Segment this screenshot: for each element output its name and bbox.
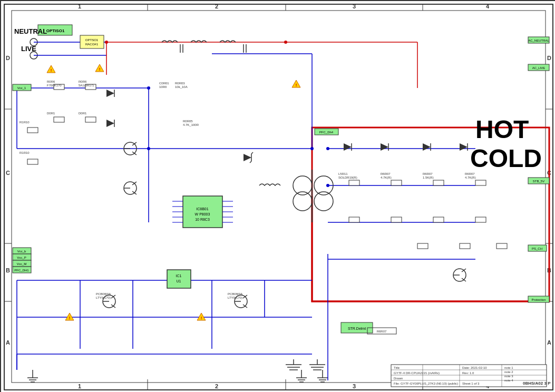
- svg-point-67: [310, 147, 314, 150]
- svg-text:PFC_DH1: PFC_DH1: [14, 269, 29, 272]
- svg-text:L5R11: L5R11: [338, 172, 348, 175]
- svg-text:RACO#1: RACO#1: [85, 43, 99, 46]
- svg-rect-89: [349, 217, 359, 222]
- svg-text:SOLDR19(R): SOLDR19(R): [338, 176, 357, 179]
- svg-text:R6R07: R6R07: [381, 172, 391, 175]
- schematic-container: 1 2 3 4 1 2 3 4 D C B A D C B A HOT COLD…: [0, 0, 555, 392]
- svg-text:!: !: [51, 68, 52, 73]
- svg-rect-82: [85, 117, 96, 122]
- svg-rect-81: [54, 117, 64, 122]
- svg-rect-113: [183, 196, 222, 228]
- svg-text:Rev: 1.0: Rev: 1.0: [462, 371, 474, 375]
- svg-text:C0R01: C0R01: [159, 82, 169, 85]
- svg-text:D0R1: D0R1: [47, 112, 55, 115]
- svg-rect-130: [80, 35, 104, 48]
- schematic-svg: 1 2 3 4 1 2 3 4 D C B A D C B A HOT COLD…: [1, 1, 555, 392]
- svg-text:!: !: [99, 67, 101, 72]
- svg-text:10k_10A: 10k_10A: [175, 85, 188, 89]
- svg-text:OPTISO1: OPTISO1: [46, 28, 65, 33]
- svg-rect-90: [391, 217, 402, 222]
- svg-text:1.5K(R): 1.5K(R): [423, 176, 434, 179]
- svg-text:Date: 2021-02-10: Date: 2021-02-10: [462, 366, 487, 369]
- svg-text:4.7K(R): 4.7K(R): [381, 176, 392, 179]
- svg-text:LTY9(170): LTY9(170): [96, 296, 111, 299]
- svg-text:3: 3: [353, 383, 356, 389]
- svg-point-69: [326, 184, 329, 187]
- svg-text:IC1: IC1: [176, 274, 182, 278]
- svg-text:GY7F-4 DR-CPUA2221 (mAIRx): GY7F-4 DR-CPUA2221 (mAIRx): [394, 371, 440, 375]
- svg-text:R0R6: R0R6: [79, 80, 87, 83]
- svg-text:D: D: [547, 55, 551, 61]
- svg-text:D0R1: D0R1: [79, 112, 87, 115]
- svg-text:W P8003: W P8003: [195, 212, 210, 216]
- svg-text:R6R07: R6R07: [423, 172, 433, 175]
- svg-rect-87: [433, 180, 444, 185]
- svg-text:Sheet 1 of 3: Sheet 1 of 3: [462, 382, 480, 385]
- svg-text:R0R05: R0R05: [183, 120, 193, 123]
- svg-text:2: 2: [215, 383, 218, 389]
- svg-text:NEUTRAL: NEUTRAL: [14, 27, 47, 35]
- svg-rect-83: [27, 128, 38, 133]
- svg-point-65: [147, 86, 150, 90]
- svg-text:A: A: [547, 339, 551, 346]
- svg-text:4.7K(R): 4.7K(R): [465, 176, 476, 179]
- svg-text:!: !: [201, 316, 202, 320]
- svg-text:Vcc_M: Vcc_M: [17, 262, 26, 266]
- svg-text:U1: U1: [177, 279, 181, 283]
- svg-text:10R0: 10R0: [159, 85, 167, 89]
- cold-label: COLD: [470, 144, 542, 172]
- svg-text:AC_LIVE: AC_LIVE: [532, 66, 546, 70]
- svg-text:R6R07: R6R07: [465, 172, 475, 175]
- svg-text:STB_5V: STB_5V: [533, 180, 544, 183]
- svg-text:A: A: [6, 339, 10, 346]
- svg-text:1: 1: [78, 383, 81, 389]
- svg-text:PFC_Dh4: PFC_Dh4: [319, 131, 334, 134]
- svg-rect-92: [475, 217, 486, 222]
- svg-text:10 R8C3: 10 R8C3: [195, 218, 210, 221]
- svg-rect-86: [391, 180, 402, 185]
- svg-rect-237: [496, 243, 507, 249]
- svg-text:note 3: note 3: [504, 375, 513, 378]
- svg-text:STR.Delmt: STR.Delmt: [348, 327, 366, 330]
- svg-text:Protection: Protection: [531, 298, 546, 301]
- svg-text:!: !: [69, 316, 71, 320]
- svg-text:R0R03: R0R03: [175, 82, 185, 85]
- svg-text:R6R07: R6R07: [377, 330, 387, 333]
- svg-rect-91: [433, 217, 444, 222]
- svg-text:Drawn: Drawn: [394, 377, 403, 380]
- svg-text:5A1(0R17): 5A1(0R17): [79, 84, 94, 87]
- svg-rect-84: [27, 159, 38, 164]
- svg-text:B: B: [6, 267, 10, 273]
- svg-text:note 2: note 2: [504, 370, 513, 374]
- svg-text:C: C: [6, 170, 10, 176]
- svg-text:PCB08(0A: PCB08(0A: [96, 292, 111, 296]
- svg-text:Vcc_b: Vcc_b: [17, 250, 26, 253]
- svg-text:OPTSO1: OPTSO1: [85, 38, 99, 42]
- svg-text:3: 3: [353, 3, 356, 9]
- svg-text:4: 4: [486, 3, 490, 9]
- svg-text:PCB08(0A: PCB08(0A: [228, 292, 242, 296]
- svg-text:LTY9(170): LTY9(170): [228, 296, 242, 299]
- svg-rect-88: [475, 180, 486, 185]
- svg-text:Vcc_1: Vcc_1: [17, 86, 26, 90]
- svg-text:D: D: [6, 55, 10, 61]
- svg-text:!: !: [296, 83, 297, 87]
- svg-point-63: [105, 41, 108, 44]
- svg-text:4.7K_100R: 4.7K_100R: [183, 123, 199, 126]
- svg-text:0BHS/A02 3 P: 0BHS/A02 3 P: [523, 381, 551, 386]
- svg-text:AC_NEUTRAL: AC_NEUTRAL: [528, 39, 549, 42]
- svg-text:2: 2: [215, 3, 218, 9]
- svg-rect-85: [349, 180, 359, 185]
- svg-text:note 4: note 4: [504, 379, 513, 382]
- svg-text:Title: Title: [394, 366, 400, 369]
- svg-text:1: 1: [78, 3, 81, 9]
- svg-text:R0R6: R0R6: [47, 80, 55, 83]
- svg-text:Vcc_P: Vcc_P: [17, 256, 26, 259]
- svg-text:R1R10: R1R10: [20, 151, 30, 154]
- svg-text:R1R10: R1R10: [20, 121, 30, 124]
- svg-rect-235: [417, 243, 428, 249]
- svg-text:IC8B01: IC8B01: [196, 207, 208, 211]
- hot-label: HOT: [475, 115, 529, 143]
- svg-point-66: [147, 147, 150, 150]
- svg-point-64: [284, 41, 287, 44]
